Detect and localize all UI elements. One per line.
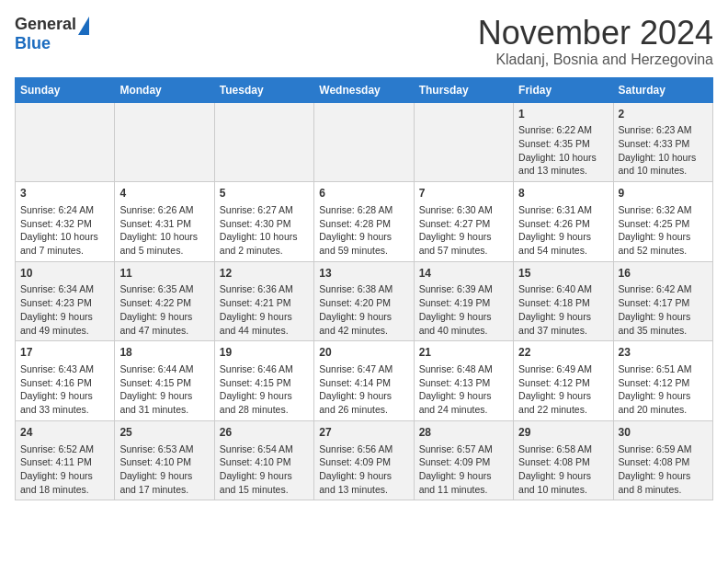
- day-info-line: Sunrise: 6:22 AM: [518, 123, 608, 137]
- weekday-header-friday: Friday: [514, 77, 613, 102]
- day-info-line: Sunset: 4:32 PM: [20, 217, 109, 231]
- day-info-line: Daylight: 10 hours and 10 minutes.: [619, 151, 708, 178]
- day-info-line: Daylight: 9 hours and 18 minutes.: [20, 469, 109, 496]
- day-number: 3: [20, 186, 109, 201]
- day-info-line: Sunset: 4:31 PM: [119, 217, 209, 231]
- day-info-line: Sunset: 4:09 PM: [419, 455, 508, 469]
- day-info-line: Daylight: 9 hours and 13 minutes.: [319, 469, 408, 496]
- calendar-cell: 4Sunrise: 6:26 AMSunset: 4:31 PMDaylight…: [115, 182, 214, 262]
- day-info-line: Daylight: 9 hours and 20 minutes.: [619, 389, 708, 416]
- day-info-line: Daylight: 9 hours and 59 minutes.: [319, 230, 408, 257]
- day-info-line: Sunset: 4:33 PM: [619, 137, 708, 151]
- calendar-cell: 11Sunrise: 6:35 AMSunset: 4:22 PMDayligh…: [115, 261, 214, 341]
- day-info-line: Sunrise: 6:26 AM: [119, 203, 209, 217]
- day-info-line: Daylight: 9 hours and 47 minutes.: [119, 310, 209, 337]
- day-number: 20: [319, 345, 408, 361]
- calendar-cell: 22Sunrise: 6:49 AMSunset: 4:12 PMDayligh…: [514, 341, 613, 421]
- day-info-line: Sunset: 4:23 PM: [20, 296, 109, 310]
- day-info-line: Daylight: 9 hours and 35 minutes.: [619, 310, 708, 337]
- day-info-line: Daylight: 9 hours and 37 minutes.: [518, 310, 608, 337]
- calendar-cell: 24Sunrise: 6:52 AMSunset: 4:11 PMDayligh…: [16, 420, 115, 500]
- logo-triangle-icon: [78, 17, 89, 35]
- day-info-line: Sunrise: 6:44 AM: [119, 362, 209, 376]
- calendar-cell: 8Sunrise: 6:31 AMSunset: 4:26 PMDaylight…: [514, 182, 613, 262]
- day-info-line: Sunset: 4:28 PM: [319, 217, 408, 231]
- calendar-cell: 17Sunrise: 6:43 AMSunset: 4:16 PMDayligh…: [16, 341, 115, 421]
- day-info-line: Daylight: 9 hours and 57 minutes.: [419, 230, 508, 257]
- day-info-line: Daylight: 9 hours and 10 minutes.: [518, 469, 608, 496]
- calendar-week-2: 3Sunrise: 6:24 AMSunset: 4:32 PMDaylight…: [16, 182, 713, 262]
- day-info-line: Sunset: 4:10 PM: [119, 455, 209, 469]
- day-info-line: Sunrise: 6:27 AM: [220, 203, 309, 217]
- day-number: 7: [419, 186, 508, 201]
- day-number: 17: [20, 345, 109, 361]
- day-number: 11: [119, 266, 209, 282]
- day-number: 5: [220, 186, 309, 201]
- day-info-line: Daylight: 9 hours and 33 minutes.: [20, 389, 109, 416]
- day-info-line: Sunset: 4:12 PM: [518, 376, 608, 390]
- calendar-cell: 23Sunrise: 6:51 AMSunset: 4:12 PMDayligh…: [613, 341, 712, 421]
- calendar-cell: 14Sunrise: 6:39 AMSunset: 4:19 PMDayligh…: [414, 261, 513, 341]
- calendar-cell: 7Sunrise: 6:30 AMSunset: 4:27 PMDaylight…: [414, 182, 513, 262]
- weekday-header-tuesday: Tuesday: [214, 77, 313, 102]
- calendar-cell: 1Sunrise: 6:22 AMSunset: 4:35 PMDaylight…: [514, 102, 613, 182]
- calendar-cell: 30Sunrise: 6:59 AMSunset: 4:08 PMDayligh…: [613, 420, 712, 500]
- day-number: 4: [119, 186, 209, 201]
- calendar-cell: 20Sunrise: 6:47 AMSunset: 4:14 PMDayligh…: [314, 341, 414, 421]
- calendar-cell: 9Sunrise: 6:32 AMSunset: 4:25 PMDaylight…: [613, 182, 712, 262]
- page-header: General Blue November 2024 Kladanj, Bosn…: [15, 15, 713, 68]
- day-info-line: Sunset: 4:16 PM: [20, 376, 109, 390]
- day-number: 9: [619, 186, 708, 201]
- calendar-cell: 12Sunrise: 6:36 AMSunset: 4:21 PMDayligh…: [214, 261, 313, 341]
- day-number: 25: [119, 425, 209, 441]
- day-number: 1: [518, 107, 608, 122]
- day-info-line: Sunset: 4:10 PM: [220, 455, 309, 469]
- day-info-line: Sunrise: 6:59 AM: [619, 442, 708, 456]
- day-info-line: Daylight: 9 hours and 26 minutes.: [319, 389, 408, 416]
- day-info-line: Sunrise: 6:56 AM: [319, 442, 408, 456]
- day-info-line: Sunset: 4:35 PM: [518, 137, 608, 151]
- weekday-header-sunday: Sunday: [16, 77, 115, 102]
- weekday-header-monday: Monday: [115, 77, 214, 102]
- day-number: 29: [518, 425, 608, 441]
- calendar-cell: [314, 102, 414, 182]
- day-number: 24: [20, 425, 109, 441]
- day-number: 8: [518, 186, 608, 201]
- day-info-line: Sunrise: 6:35 AM: [119, 282, 209, 296]
- calendar-cell: 27Sunrise: 6:56 AMSunset: 4:09 PMDayligh…: [314, 420, 414, 500]
- location-title: Kladanj, Bosnia and Herzegovina: [478, 52, 713, 68]
- day-number: 28: [419, 425, 508, 441]
- calendar-cell: 25Sunrise: 6:53 AMSunset: 4:10 PMDayligh…: [115, 420, 214, 500]
- day-info-line: Sunset: 4:15 PM: [220, 376, 309, 390]
- day-info-line: Sunrise: 6:28 AM: [319, 203, 408, 217]
- day-info-line: Daylight: 9 hours and 52 minutes.: [619, 230, 708, 257]
- day-info-line: Daylight: 9 hours and 24 minutes.: [419, 389, 508, 416]
- day-info-line: Sunset: 4:18 PM: [518, 296, 608, 310]
- day-info-line: Daylight: 9 hours and 22 minutes.: [518, 389, 608, 416]
- day-info-line: Sunrise: 6:49 AM: [518, 362, 608, 376]
- calendar-cell: 29Sunrise: 6:58 AMSunset: 4:08 PMDayligh…: [514, 420, 613, 500]
- day-info-line: Sunrise: 6:34 AM: [20, 282, 109, 296]
- calendar-cell: 15Sunrise: 6:40 AMSunset: 4:18 PMDayligh…: [514, 261, 613, 341]
- calendar-week-5: 24Sunrise: 6:52 AMSunset: 4:11 PMDayligh…: [16, 420, 713, 500]
- day-info-line: Daylight: 10 hours and 13 minutes.: [518, 151, 608, 178]
- day-info-line: Daylight: 9 hours and 31 minutes.: [119, 389, 209, 416]
- calendar-cell: [16, 102, 115, 182]
- day-info-line: Sunset: 4:22 PM: [119, 296, 209, 310]
- day-info-line: Sunrise: 6:48 AM: [419, 362, 508, 376]
- day-info-line: Sunrise: 6:46 AM: [220, 362, 309, 376]
- day-info-line: Sunset: 4:13 PM: [419, 376, 508, 390]
- day-info-line: Sunrise: 6:54 AM: [220, 442, 309, 456]
- day-info-line: Sunrise: 6:32 AM: [619, 203, 708, 217]
- calendar-cell: 28Sunrise: 6:57 AMSunset: 4:09 PMDayligh…: [414, 420, 513, 500]
- calendar-cell: 5Sunrise: 6:27 AMSunset: 4:30 PMDaylight…: [214, 182, 313, 262]
- day-info-line: Daylight: 10 hours and 2 minutes.: [220, 230, 309, 257]
- day-info-line: Sunrise: 6:58 AM: [518, 442, 608, 456]
- day-info-line: Sunset: 4:26 PM: [518, 217, 608, 231]
- calendar-week-3: 10Sunrise: 6:34 AMSunset: 4:23 PMDayligh…: [16, 261, 713, 341]
- calendar-cell: 10Sunrise: 6:34 AMSunset: 4:23 PMDayligh…: [16, 261, 115, 341]
- day-info-line: Sunrise: 6:36 AM: [220, 282, 309, 296]
- day-info-line: Daylight: 9 hours and 28 minutes.: [220, 389, 309, 416]
- day-info-line: Sunrise: 6:30 AM: [419, 203, 508, 217]
- calendar-cell: 19Sunrise: 6:46 AMSunset: 4:15 PMDayligh…: [214, 341, 313, 421]
